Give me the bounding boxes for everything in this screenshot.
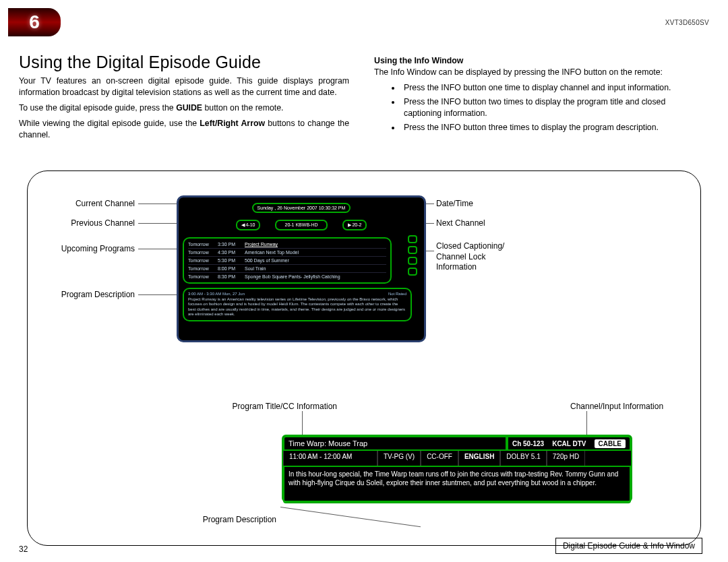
info-channel-input: Ch 50-123 KCAL DTV CABLE bbox=[507, 436, 631, 451]
info-window-mock: Time Warp: Mouse Trap Ch 50-123 KCAL DTV… bbox=[282, 435, 632, 502]
guide-program-row: Tomorrow4:30 PMAmerican Next Top Model bbox=[188, 249, 386, 255]
callout-current-channel: Current Channel bbox=[40, 199, 135, 208]
callout-date-time: Date/Time bbox=[436, 199, 473, 208]
leader-line bbox=[138, 294, 177, 295]
guide-prev-channel: ◀ 4-10 bbox=[236, 220, 261, 230]
leader-line bbox=[586, 411, 587, 435]
list-item: Press the INFO button three times to dis… bbox=[401, 122, 704, 133]
callout-channel-input: Channel/Input Information bbox=[570, 402, 663, 411]
left-intro-block: Your TV features an on-screen digital ep… bbox=[19, 75, 349, 141]
info-program-title: Time Warp: Mouse Trap bbox=[283, 436, 507, 451]
info-program-description: In this hour-long special, the Time Warp… bbox=[283, 466, 631, 503]
cc-icon bbox=[408, 235, 417, 243]
callout-cc-lock: Closed Captioning/ Channel Lock Informat… bbox=[436, 241, 504, 273]
callout-program-description: Program Description bbox=[40, 290, 135, 299]
guide-program-row: Tomorrow8:00 PMSoul Train bbox=[188, 266, 386, 272]
callout-program-description-2: Program Description bbox=[142, 515, 276, 524]
lock-icon bbox=[408, 246, 417, 254]
guide-cc-lock-column bbox=[408, 235, 419, 278]
model-code: XVT3D650SV bbox=[665, 19, 709, 26]
callout-next-channel: Next Channel bbox=[436, 218, 485, 228]
guide-datetime-pill: Sunday , 26 November 2007 10:30:32 PM bbox=[252, 203, 351, 213]
callout-upcoming-programs: Upcoming Programs bbox=[40, 244, 135, 253]
leader-line bbox=[138, 249, 177, 249]
guide-description-box: 3:00 AM - 3:30 AM Mon, 27 Jun Not Rated … bbox=[183, 288, 412, 321]
guide-current-channel: 20-1 KBWB-HD bbox=[275, 220, 327, 230]
guide-next-channel: ▶ 20-2 bbox=[342, 220, 367, 230]
callout-program-title-cc: Program Title/CC Information bbox=[135, 402, 337, 411]
lock-icon bbox=[408, 268, 417, 276]
intro-p3: While viewing the digital episode guide,… bbox=[19, 118, 349, 141]
info-window-lead: The Info Window can be displayed by pres… bbox=[374, 67, 663, 77]
intro-p1: Your TV features an on-screen digital ep… bbox=[19, 75, 349, 98]
page-number: 32 bbox=[19, 544, 28, 554]
figure-caption: Digital Episode Guide & Info Window bbox=[555, 538, 702, 554]
section-title: Using the Digital Episode Guide bbox=[19, 53, 261, 72]
guide-program-list: Tomorrow3:30 PMProject Runway Tomorrow4:… bbox=[183, 237, 392, 284]
info-window-subheading: Using the Info Window bbox=[374, 56, 463, 65]
callout-previous-channel: Previous Channel bbox=[40, 218, 135, 228]
digital-episode-guide-mock: Sunday , 26 November 2007 10:30:32 PM ◀ … bbox=[177, 195, 426, 342]
intro-p2: To use the digital episode guide, press … bbox=[19, 102, 349, 114]
info-window-bullets: Press the INFO button one time to displa… bbox=[401, 82, 704, 133]
guide-program-row: Tomorrow5:30 PM500 Days of Summer bbox=[188, 257, 386, 263]
lock-icon bbox=[408, 257, 417, 265]
guide-program-row: Tomorrow8:30 PMSponge Bob Square Pants- … bbox=[188, 274, 386, 280]
list-item: Press the INFO button two times to displ… bbox=[401, 96, 704, 119]
right-intro-block: Using the Info Window The Info Window ca… bbox=[374, 55, 704, 136]
chapter-number-badge: 6 bbox=[8, 8, 61, 36]
guide-program-row: Tomorrow3:30 PMProject Runway bbox=[188, 241, 386, 247]
info-meta-row: 11:00 AM - 12:00 AM TV-PG (V) CC-OFF ENG… bbox=[283, 451, 631, 466]
leader-line bbox=[302, 411, 303, 435]
list-item: Press the INFO button one time to displa… bbox=[401, 82, 704, 94]
